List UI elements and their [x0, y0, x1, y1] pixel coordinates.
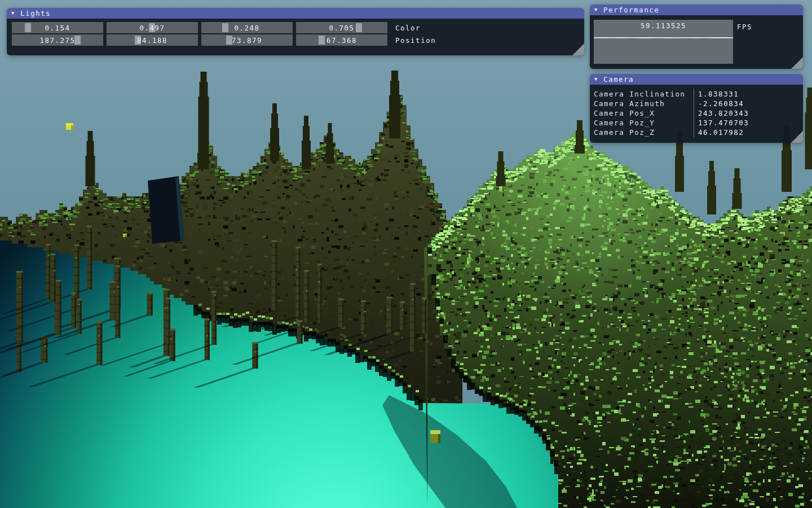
fps-label: FPS: [737, 23, 752, 31]
camera-row-inclination: Camera Inclination 1.838331: [590, 89, 803, 99]
color-row-label: Color: [395, 24, 421, 32]
panel-performance: ▼ Performance 59.113525 FPS: [590, 5, 803, 69]
collapse-triangle-icon[interactable]: ▼: [11, 11, 15, 16]
fps-graph: 59.113525: [594, 20, 733, 64]
collapse-triangle-icon[interactable]: ▼: [594, 7, 598, 12]
camera-row-value: 1.838331: [694, 90, 739, 98]
fps-value: 59.113525: [594, 21, 733, 30]
light-color-slider-1[interactable]: 0.497: [107, 22, 198, 33]
light-color-slider-2[interactable]: 0.248: [201, 22, 293, 33]
panel-lights: ▼ Lights 0.154 0.497 0.248 0.705 Color: [7, 8, 584, 55]
camera-row-value: -2.260834: [694, 99, 744, 108]
lights-color-row: 0.154 0.497 0.248 0.705 Color: [12, 22, 584, 33]
camera-row-pos-y: Camera Poz_Y 137.470703: [590, 118, 803, 128]
camera-row-label: Camera Poz_Y: [594, 119, 694, 127]
slider-value: 0.497: [107, 22, 198, 33]
camera-row-label: Camera Azimuth: [594, 99, 694, 108]
light-color-slider-0[interactable]: 0.154: [12, 22, 103, 33]
camera-row-pos-z: Camera Poz_Z 46.017982: [590, 128, 803, 137]
resize-grip[interactable]: [791, 57, 803, 69]
light-position-slider-2[interactable]: 73.879: [201, 34, 293, 46]
collapse-triangle-icon[interactable]: ▼: [594, 77, 598, 82]
panel-camera: ▼ Camera Camera Inclination 1.838331 Cam…: [590, 74, 803, 143]
slider-value: 0.154: [12, 22, 103, 33]
position-row-label: Position: [395, 36, 436, 45]
panel-lights-title: Lights: [20, 9, 51, 17]
panel-lights-body: 0.154 0.497 0.248 0.705 Color 187.275: [7, 19, 584, 55]
panel-lights-titlebar[interactable]: ▼ Lights: [7, 8, 584, 19]
panel-camera-title: Camera: [603, 75, 634, 84]
camera-row-label: Camera Poz_Z: [594, 128, 694, 137]
light-position-slider-1[interactable]: 84.188: [107, 34, 198, 46]
panel-performance-body: 59.113525 FPS: [590, 15, 803, 69]
camera-row-label: Camera Pos_X: [594, 109, 694, 117]
slider-value: 0.705: [296, 22, 387, 33]
camera-table-divider: [694, 89, 694, 137]
panel-camera-body: Camera Inclination 1.838331 Camera Azimu…: [590, 85, 803, 143]
panel-camera-titlebar[interactable]: ▼ Camera: [590, 74, 803, 85]
camera-row-pos-x: Camera Pos_X 243.820343: [590, 108, 803, 118]
camera-row-value: 46.017982: [694, 128, 744, 137]
slider-value: 84.188: [107, 34, 198, 46]
slider-value: 67.368: [296, 34, 387, 46]
panel-performance-titlebar[interactable]: ▼ Performance: [590, 5, 803, 15]
lights-position-row: 187.275 84.188 73.879 67.368 Position: [12, 34, 584, 46]
panel-performance-title: Performance: [603, 6, 659, 14]
light-position-slider-0[interactable]: 187.275: [12, 34, 103, 46]
slider-value: 73.879: [201, 34, 293, 46]
slider-value: 187.275: [12, 34, 103, 46]
camera-row-value: 137.470703: [694, 119, 749, 127]
camera-row-azimuth: Camera Azimuth -2.260834: [590, 99, 803, 108]
camera-row-label: Camera Inclination: [594, 90, 694, 98]
light-color-slider-3[interactable]: 0.705: [296, 22, 387, 33]
camera-row-value: 243.820343: [694, 109, 749, 117]
light-position-slider-3[interactable]: 67.368: [296, 34, 387, 46]
slider-value: 0.248: [201, 22, 293, 33]
